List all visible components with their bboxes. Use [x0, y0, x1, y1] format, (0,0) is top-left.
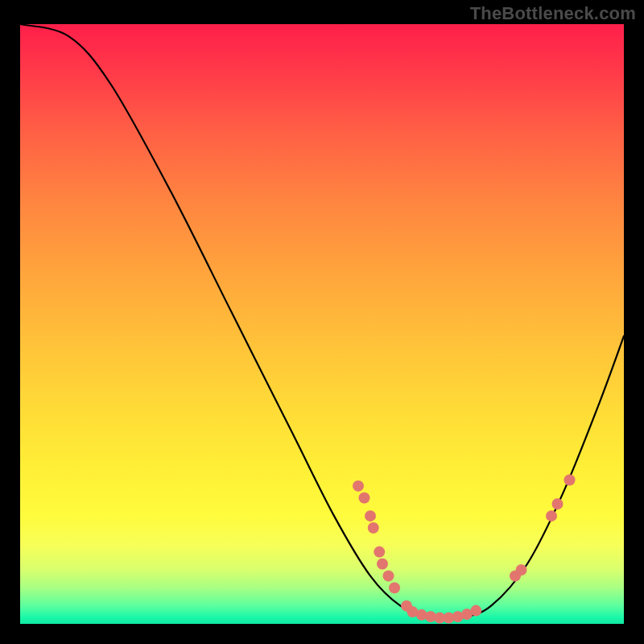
- curve-markers: [353, 474, 576, 623]
- curve-marker: [377, 559, 388, 570]
- curve-marker: [365, 510, 376, 522]
- curve-overlay: [20, 24, 624, 624]
- curve-marker: [564, 474, 576, 485]
- curve-marker: [359, 493, 370, 504]
- curve-marker: [374, 547, 385, 558]
- curve-marker: [546, 510, 557, 522]
- plot-area: [20, 24, 624, 624]
- bottleneck-curve: [20, 24, 624, 619]
- chart-frame: TheBottleneck.com: [0, 0, 644, 644]
- curve-marker: [353, 481, 364, 492]
- attribution-label: TheBottleneck.com: [470, 3, 636, 24]
- curve-marker: [516, 564, 527, 576]
- curve-marker: [368, 522, 379, 534]
- curve-marker: [389, 582, 400, 593]
- curve-marker: [383, 570, 394, 581]
- curve-marker: [470, 605, 481, 617]
- curve-marker: [552, 498, 564, 510]
